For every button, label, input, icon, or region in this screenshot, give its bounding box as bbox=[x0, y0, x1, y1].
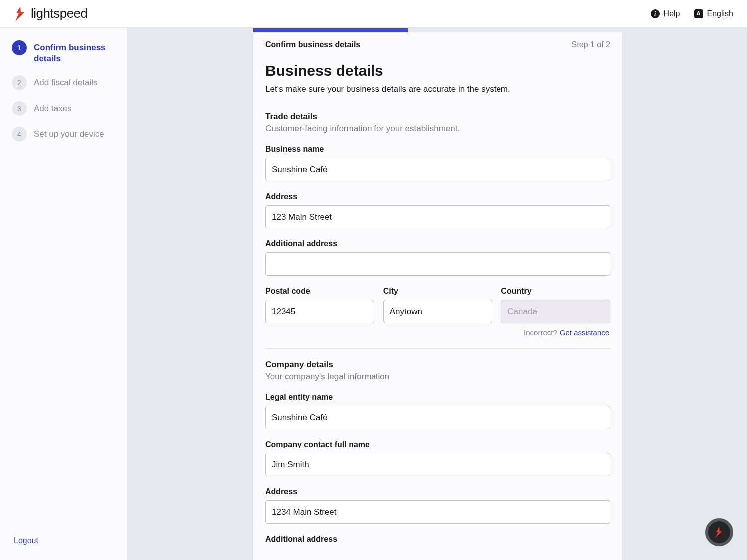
company-contact-label: Company contact full name bbox=[265, 440, 610, 449]
help-link[interactable]: i Help bbox=[651, 9, 680, 18]
step-number: 2 bbox=[12, 75, 27, 90]
brand-logo: lightspeed bbox=[14, 6, 88, 21]
company-address-label: Address bbox=[265, 487, 610, 496]
step-number: 1 bbox=[12, 40, 27, 55]
step-number: 4 bbox=[12, 127, 27, 142]
legal-entity-name-input[interactable] bbox=[265, 406, 610, 429]
postal-code-input[interactable] bbox=[265, 300, 374, 323]
section-divider bbox=[265, 348, 610, 349]
support-widget-button[interactable] bbox=[705, 518, 733, 546]
form-body: Business details Let's make sure your bu… bbox=[253, 62, 622, 560]
country-input bbox=[501, 300, 610, 323]
trade-additional-address-label: Additional address bbox=[265, 239, 610, 248]
company-additional-address-label: Additional address bbox=[265, 535, 610, 544]
card-header-step: Step 1 of 2 bbox=[572, 40, 610, 49]
business-details-card: Confirm business details Step 1 of 2 Bus… bbox=[253, 28, 622, 560]
sidebar-step-add-taxes[interactable]: 3 Add taxes bbox=[12, 101, 120, 116]
sidebar-step-setup-device[interactable]: 4 Set up your device bbox=[12, 127, 120, 142]
sidebar-step-confirm-business[interactable]: 1 Confirm business details bbox=[12, 40, 120, 64]
logout-link[interactable]: Logout bbox=[12, 529, 120, 552]
city-input[interactable] bbox=[383, 300, 493, 323]
language-selector[interactable]: A English bbox=[694, 9, 733, 18]
incorrect-text: Incorrect? bbox=[524, 328, 557, 336]
card-header: Confirm business details Step 1 of 2 bbox=[253, 32, 622, 62]
company-address-input[interactable] bbox=[265, 500, 610, 524]
page-subtitle: Let's make sure your business details ar… bbox=[265, 84, 610, 94]
page-title: Business details bbox=[265, 62, 610, 79]
city-label: City bbox=[383, 287, 493, 296]
brand-name: lightspeed bbox=[31, 6, 88, 21]
step-label: Add taxes bbox=[34, 101, 72, 114]
sidebar-step-fiscal-details[interactable]: 2 Add fiscal details bbox=[12, 75, 120, 90]
trade-section-sub: Customer-facing information for your est… bbox=[265, 124, 610, 134]
trade-address-label: Address bbox=[265, 192, 610, 201]
country-label: Country bbox=[501, 287, 610, 296]
step-label: Add fiscal details bbox=[34, 75, 98, 88]
business-name-input[interactable] bbox=[265, 158, 610, 181]
app-header: lightspeed i Help A English bbox=[0, 0, 747, 28]
progress-fill bbox=[253, 28, 408, 32]
step-label: Confirm business details bbox=[34, 40, 120, 64]
trade-address-input[interactable] bbox=[265, 205, 610, 228]
step-label: Set up your device bbox=[34, 127, 104, 140]
progress-bar bbox=[253, 28, 622, 32]
language-icon: A bbox=[694, 9, 703, 18]
flame-icon bbox=[714, 527, 724, 538]
postal-code-label: Postal code bbox=[265, 287, 374, 296]
company-section-sub: Your company's legal information bbox=[265, 372, 610, 382]
header-actions: i Help A English bbox=[651, 9, 733, 18]
trade-section-title: Trade details bbox=[265, 112, 610, 122]
language-label: English bbox=[707, 9, 733, 18]
trade-additional-address-input[interactable] bbox=[265, 252, 610, 276]
business-name-label: Business name bbox=[265, 145, 610, 154]
info-icon: i bbox=[651, 9, 660, 18]
help-label: Help bbox=[664, 9, 680, 18]
setup-steps-sidebar: 1 Confirm business details 2 Add fiscal … bbox=[0, 28, 127, 560]
card-header-title: Confirm business details bbox=[265, 40, 360, 49]
company-contact-input[interactable] bbox=[265, 453, 610, 476]
lightspeed-flame-icon bbox=[14, 6, 27, 21]
get-assistance-link[interactable]: Get assistance bbox=[560, 328, 609, 336]
company-section-title: Company details bbox=[265, 360, 610, 370]
legal-entity-name-label: Legal entity name bbox=[265, 393, 610, 402]
step-number: 3 bbox=[12, 101, 27, 116]
